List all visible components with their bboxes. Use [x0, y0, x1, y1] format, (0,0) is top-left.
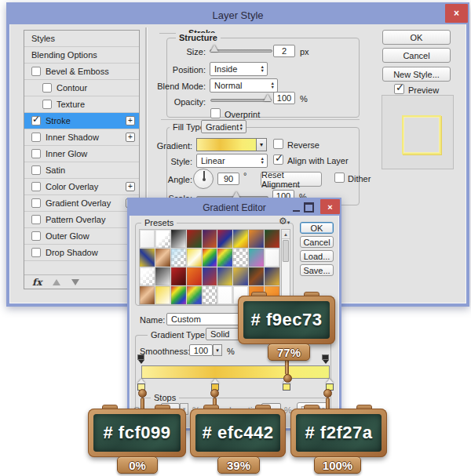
presets-menu-button[interactable]: ⚙▾	[279, 216, 290, 227]
ge-load-button[interactable]: Load...	[300, 250, 334, 262]
gradient-preset[interactable]	[171, 249, 186, 267]
gradient-preview-bar[interactable]	[141, 365, 330, 379]
position-dropdown[interactable]: Inside ▲▼	[210, 62, 268, 76]
sidebar-item-contour[interactable]: Contour	[24, 80, 139, 96]
gradient-preset[interactable]	[171, 286, 186, 304]
opacity-input[interactable]: 100	[273, 92, 295, 104]
sidebar-item-texture[interactable]: Texture	[24, 96, 139, 113]
overprint-checkbox[interactable]	[210, 108, 221, 118]
gradient-preset[interactable]	[140, 249, 155, 267]
item-checkbox[interactable]	[31, 231, 41, 241]
dither-checkbox[interactable]	[334, 173, 345, 183]
maximize-button[interactable]	[303, 200, 314, 214]
gradient-preset[interactable]	[233, 267, 248, 285]
plus-icon[interactable]: +	[126, 116, 135, 125]
style-dropdown[interactable]: Linear ▲▼	[196, 154, 268, 168]
gradient-preset[interactable]	[171, 267, 186, 285]
ge-ok-button[interactable]: OK	[300, 222, 334, 234]
angle-dial[interactable]	[193, 169, 214, 189]
gradient-preset[interactable]	[265, 230, 279, 248]
gradient-preset[interactable]	[171, 230, 186, 248]
gradient-preset[interactable]	[249, 230, 264, 248]
blend-mode-dropdown[interactable]: Normal ▲▼	[210, 78, 278, 93]
sidebar-item-outer-glow[interactable]: Outer Glow	[24, 228, 139, 245]
scrollbar-thumb[interactable]	[283, 240, 289, 262]
size-slider-track[interactable]	[210, 49, 272, 53]
ok-button[interactable]: OK	[382, 30, 451, 45]
gradient-preset[interactable]	[187, 230, 202, 248]
gradient-preset[interactable]	[187, 249, 202, 267]
gradient-preset[interactable]	[155, 286, 170, 304]
item-checkbox[interactable]	[31, 116, 41, 125]
opacity-slider-track[interactable]	[210, 99, 272, 102]
gradient-preset[interactable]	[249, 249, 264, 267]
size-input[interactable]: 2	[273, 45, 295, 57]
gradient-preset[interactable]	[187, 267, 202, 285]
item-checkbox[interactable]	[42, 100, 52, 109]
opacity-slider-thumb[interactable]	[264, 94, 272, 101]
fill-type-dropdown[interactable]: Gradient ▲▼	[201, 120, 246, 133]
gradient-preset[interactable]	[140, 286, 155, 304]
align-checkbox[interactable]	[273, 154, 283, 165]
angle-input[interactable]: 90	[217, 173, 239, 185]
item-checkbox[interactable]	[31, 215, 41, 224]
move-down-icon[interactable]	[71, 279, 79, 285]
opacity-stop[interactable]	[137, 354, 144, 365]
move-up-icon[interactable]	[53, 279, 60, 285]
gradient-preset[interactable]	[203, 267, 217, 285]
gradient-preset[interactable]	[265, 249, 279, 267]
gradient-preset[interactable]	[140, 267, 155, 285]
item-checkbox[interactable]	[31, 198, 41, 208]
gradient-picker-arrow[interactable]: ▾	[256, 138, 267, 151]
sidebar-item-blending-options[interactable]: Blending Options	[24, 47, 139, 64]
item-checkbox[interactable]	[42, 83, 52, 93]
sidebar-item-stroke[interactable]: Stroke+	[24, 113, 139, 129]
item-checkbox[interactable]	[31, 149, 41, 158]
ge-cancel-button[interactable]: Cancel	[300, 236, 334, 248]
gradient-preset[interactable]	[187, 286, 202, 304]
gradient-preset[interactable]	[217, 249, 232, 267]
gradient-preset[interactable]	[140, 230, 155, 248]
sidebar-item-satin[interactable]: Satin	[24, 162, 139, 179]
gradient-preset[interactable]	[217, 286, 232, 304]
sidebar-item-color-overlay[interactable]: Color Overlay+	[24, 179, 139, 195]
scroll-up-icon[interactable]: ▲	[282, 231, 290, 239]
minimize-button[interactable]	[290, 200, 301, 214]
item-checkbox[interactable]	[31, 248, 41, 257]
sidebar-item-gradient-overlay[interactable]: Gradient Overlay+	[24, 195, 139, 212]
smoothness-input[interactable]: 100	[189, 344, 213, 356]
item-checkbox[interactable]	[31, 133, 41, 142]
sidebar-item-pattern-overlay[interactable]: Pattern Overlay	[24, 212, 139, 228]
gradient-preset[interactable]	[203, 249, 217, 267]
reset-alignment-button[interactable]: Reset Alignment	[261, 172, 322, 187]
cancel-button[interactable]: Cancel	[382, 48, 451, 63]
item-checkbox[interactable]	[31, 182, 41, 191]
layer-style-titlebar[interactable]: Layer Style	[9, 5, 466, 24]
new-style-button[interactable]: New Style...	[382, 67, 451, 82]
gradient-preset[interactable]	[155, 267, 170, 285]
gradient-preset[interactable]	[155, 230, 170, 248]
item-checkbox[interactable]	[31, 165, 41, 175]
gradient-preset[interactable]	[217, 230, 232, 248]
sidebar-item-styles[interactable]: Styles	[24, 31, 139, 47]
ge-save-button[interactable]: Save...	[300, 264, 334, 276]
gradient-preset[interactable]	[217, 267, 232, 285]
fx-icon[interactable]: fx	[32, 277, 42, 288]
sidebar-item-bevel-emboss[interactable]: Bevel & Emboss	[24, 64, 139, 80]
smoothness-arrow[interactable]: ▾	[213, 344, 222, 356]
gradient-preset[interactable]	[233, 249, 248, 267]
gradient-preset[interactable]	[233, 230, 248, 248]
gradient-swatch[interactable]	[196, 138, 257, 151]
item-checkbox[interactable]	[31, 67, 41, 76]
size-slider-thumb[interactable]	[210, 45, 218, 52]
sidebar-item-drop-shadow[interactable]: Drop Shadow	[24, 245, 139, 261]
gradient-preset[interactable]	[203, 230, 217, 248]
preview-checkbox[interactable]	[394, 84, 404, 94]
opacity-stop[interactable]	[322, 354, 329, 365]
gradient-preset[interactable]	[203, 286, 217, 304]
presets-scrollbar[interactable]: ▲	[281, 229, 290, 305]
gradient-preset[interactable]	[265, 267, 279, 285]
sidebar-item-inner-glow[interactable]: Inner Glow	[24, 146, 139, 162]
sidebar-item-inner-shadow[interactable]: Inner Shadow+	[24, 129, 139, 146]
gradient-preset[interactable]	[155, 249, 170, 267]
